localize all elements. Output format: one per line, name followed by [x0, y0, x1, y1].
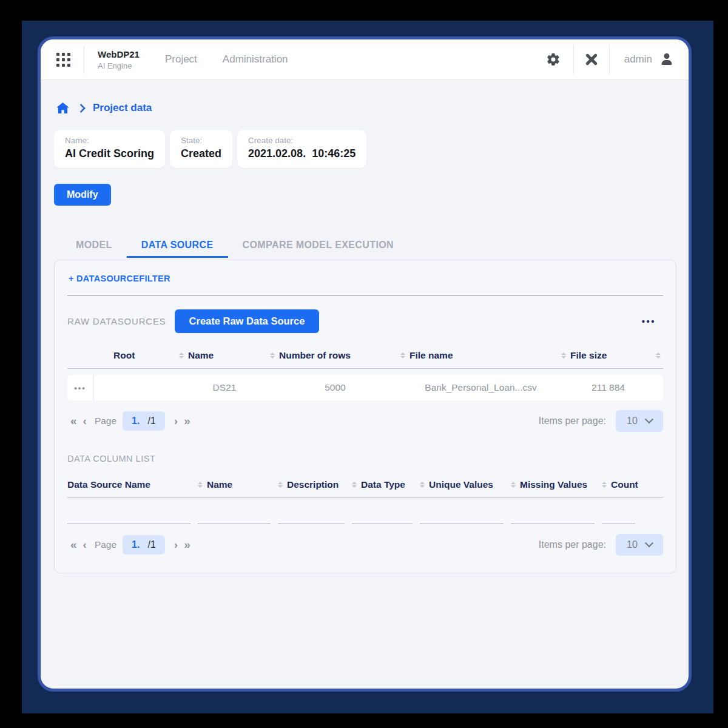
card-value: AI Credit Scoring — [65, 147, 154, 160]
nav-item-project[interactable]: Project — [165, 53, 197, 66]
items-per-page-select[interactable]: 10 — [616, 534, 663, 556]
sort-icon[interactable] — [561, 352, 566, 359]
create-raw-data-source-button[interactable]: Create Raw Data Source — [175, 309, 320, 333]
divider — [573, 45, 574, 74]
column-header-root: Root — [94, 343, 179, 368]
page-body: Project data Name: AI Credit Scoring Sta… — [41, 80, 689, 573]
sort-icon[interactable] — [602, 482, 607, 488]
card-label: Name: — [65, 136, 154, 145]
page-label: Page — [95, 416, 116, 426]
divider — [67, 295, 663, 296]
column-label: Description — [287, 479, 339, 490]
sort-icon[interactable] — [656, 352, 661, 359]
tools-icon[interactable] — [585, 53, 598, 66]
column-filter-input[interactable] — [278, 502, 345, 524]
items-per-page-select[interactable]: 10 — [616, 410, 663, 432]
divider — [609, 45, 610, 74]
column-header-name: Name — [179, 343, 270, 368]
prev-page-icon[interactable]: ‹ — [80, 414, 90, 428]
sort-icon[interactable] — [400, 352, 405, 359]
column-label: Name — [207, 479, 232, 490]
settings-gear-icon[interactable] — [544, 50, 562, 69]
sort-icon[interactable] — [198, 482, 203, 488]
items-per-page-label: Items per page: — [539, 416, 606, 426]
column-filter-input[interactable] — [352, 502, 413, 524]
modify-button[interactable]: Modify — [54, 184, 111, 206]
items-per-page-value: 10 — [627, 416, 638, 426]
column-header-extra — [655, 345, 663, 366]
app-window: WebDP21 AI Engine Project Administration… — [38, 36, 692, 692]
column-header-file-size: File size — [561, 343, 655, 368]
sort-icon[interactable] — [278, 482, 283, 488]
row-menu-icon[interactable]: ••• — [74, 383, 86, 393]
cell-root — [94, 375, 179, 400]
tab-model[interactable]: MODEL — [61, 234, 127, 258]
info-card-name: Name: AI Credit Scoring — [54, 130, 165, 168]
app-subtitle: AI Engine — [98, 61, 140, 70]
info-card-state: State: Created — [170, 130, 232, 168]
table-row[interactable]: ••• DS21 5000 Bank_Personal_Loan...csv 2… — [67, 375, 663, 400]
page-indicator[interactable]: 1. /1 — [123, 535, 165, 554]
sort-icon[interactable] — [352, 482, 357, 488]
data-column-list-filter-row — [67, 502, 663, 524]
column-label: Missing Values — [520, 479, 587, 490]
total-pages: /1 — [147, 539, 155, 550]
sort-icon[interactable] — [420, 482, 425, 488]
column-filter-input[interactable] — [67, 502, 190, 524]
column-header-file-name: File name — [400, 343, 561, 368]
column-filter-input[interactable] — [198, 502, 271, 524]
first-page-icon[interactable]: « — [67, 538, 80, 551]
home-icon[interactable] — [56, 103, 69, 114]
first-page-icon[interactable]: « — [67, 414, 80, 428]
more-menu-icon[interactable]: ••• — [642, 316, 663, 326]
column-header-data-type: Data Type — [352, 472, 420, 497]
current-page: 1. — [132, 416, 140, 426]
column-label: Count — [611, 479, 638, 490]
column-label: Unique Values — [429, 479, 493, 490]
last-page-icon[interactable]: » — [181, 414, 194, 428]
user-menu[interactable]: admin — [624, 53, 673, 66]
items-per-page-label: Items per page: — [539, 539, 606, 550]
apps-grid-icon[interactable] — [56, 53, 70, 67]
data-source-panel: + DATASOURCEFILTER RAW DATASOURCES Creat… — [54, 260, 676, 573]
breadcrumb-current-page[interactable]: Project data — [93, 102, 152, 114]
raw-datasources-label: RAW DATASOURCES — [67, 316, 166, 326]
column-header-unique-values: Unique Values — [420, 472, 511, 497]
column-label: Number of rows — [279, 350, 351, 361]
column-header-number-of-rows: Number of rows — [270, 343, 400, 368]
card-value: Created — [181, 147, 221, 160]
data-column-list-label: DATA COLUMN LIST — [67, 454, 663, 463]
page-indicator[interactable]: 1. /1 — [123, 411, 165, 431]
column-filter-input[interactable] — [420, 502, 504, 524]
card-label: Create date: — [248, 136, 356, 145]
user-avatar-icon — [661, 53, 673, 66]
select-chevron-icon — [645, 539, 653, 547]
breadcrumb-chevron-icon — [76, 103, 86, 113]
raw-datasources-header-row: RAW DATASOURCES Create Raw Data Source •… — [67, 309, 663, 333]
sort-icon[interactable] — [270, 352, 275, 359]
column-label: File name — [410, 350, 453, 361]
cell-name: DS21 — [179, 375, 270, 400]
column-filter-input[interactable] — [602, 502, 635, 524]
next-page-icon[interactable]: › — [171, 538, 181, 551]
sort-icon[interactable] — [511, 482, 516, 488]
tab-data-source[interactable]: DATA SOURCE — [127, 234, 228, 258]
prev-page-icon[interactable]: ‹ — [80, 538, 90, 551]
info-card-create-date: Create date: 2021.02.08. 10:46:25 — [237, 130, 366, 168]
page-label: Page — [95, 539, 116, 550]
divider — [84, 46, 84, 73]
last-page-icon[interactable]: » — [181, 538, 194, 551]
next-page-icon[interactable]: › — [171, 414, 181, 428]
sort-icon[interactable] — [179, 352, 184, 359]
column-label: File size — [570, 350, 607, 361]
column-label: Root — [113, 350, 135, 361]
card-label: State: — [181, 136, 221, 145]
row-actions-cell: ••• — [67, 375, 94, 400]
data-column-list-table-header: Data Source Name Name Description Data T… — [67, 472, 663, 498]
tab-compare-model-execution[interactable]: COMPARE MODEL EXECUTION — [228, 234, 409, 258]
column-label: Name — [188, 350, 214, 361]
column-filter-input[interactable] — [511, 502, 595, 524]
datasource-filter-toggle[interactable]: + DATASOURCEFILTER — [67, 274, 663, 283]
cell-file-name: Bank_Personal_Loan...csv — [400, 375, 561, 400]
nav-item-administration[interactable]: Administration — [223, 53, 288, 66]
